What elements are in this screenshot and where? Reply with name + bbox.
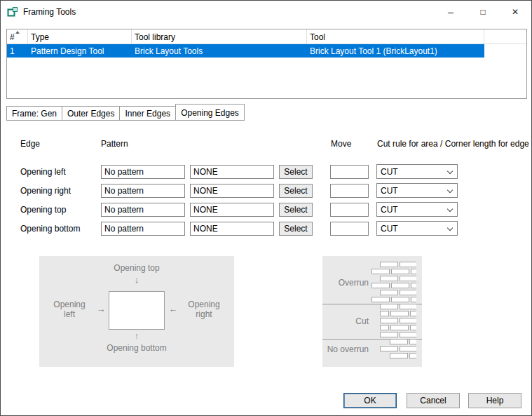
tool-list: # Type Tool library Tool 1 Pattern Desig… — [6, 29, 527, 99]
edge-row-label: Opening bottom — [20, 224, 101, 234]
pattern-library-field[interactable] — [190, 203, 274, 217]
no-overrun-label: No overrun — [322, 344, 369, 354]
close-button[interactable]: ✕ — [499, 1, 531, 22]
select-pattern-button[interactable]: Select — [279, 165, 313, 179]
move-input[interactable] — [330, 184, 369, 198]
brick-wall-graphic — [371, 262, 416, 361]
cut-rule-value: CUT — [381, 167, 398, 177]
pattern-name-field[interactable] — [101, 203, 185, 217]
column-header-number[interactable]: # — [7, 29, 28, 43]
cell-number: 1 — [7, 46, 28, 56]
cut-rule-column-header: Cut rule for area / Corner length for ed… — [377, 139, 529, 149]
help-button[interactable]: Help — [468, 393, 521, 408]
tool-row-selected[interactable]: 1 Pattern Design Tool Brick Layout Tools… — [7, 44, 484, 58]
tab-inner-edges[interactable]: Inner Edges — [119, 106, 176, 121]
overrun-label: Overrun — [322, 278, 369, 288]
pattern-name-field[interactable] — [101, 165, 185, 179]
chevron-down-icon — [447, 168, 453, 174]
select-pattern-button[interactable]: Select — [279, 222, 313, 236]
move-input[interactable] — [330, 203, 369, 217]
edge-row-opening-top: Opening top Select CUT — [20, 202, 458, 217]
chevron-down-icon — [447, 206, 453, 212]
arrow-left-icon: ← — [166, 304, 180, 314]
sort-ascending-icon — [15, 31, 20, 34]
chevron-down-icon — [447, 225, 453, 231]
select-pattern-button[interactable]: Select — [279, 184, 313, 198]
opening-left-label: Opening left — [48, 300, 91, 319]
cut-rule-dropdown[interactable]: CUT — [376, 202, 458, 217]
cut-label: Cut — [322, 316, 369, 326]
cut-rule-dropdown[interactable]: CUT — [376, 183, 458, 198]
opening-edges-diagram: Opening top ↓ Opening left → ← Opening r… — [39, 256, 234, 367]
select-pattern-button[interactable]: Select — [279, 203, 313, 217]
cell-type: Pattern Design Tool — [28, 46, 132, 56]
cut-rule-value: CUT — [381, 205, 398, 215]
move-input[interactable] — [330, 165, 369, 179]
tab-opening-edges[interactable]: Opening Edges — [175, 104, 245, 121]
edge-row-opening-left: Opening left Select CUT — [20, 164, 458, 179]
tool-list-header: # Type Tool library Tool — [7, 29, 526, 44]
edge-row-label: Opening right — [20, 186, 101, 196]
pattern-library-field[interactable] — [190, 222, 274, 236]
move-input[interactable] — [330, 222, 369, 236]
framing-tools-dialog: Framing Tools – □ ✕ # Type Tool library … — [0, 0, 532, 416]
pattern-library-field[interactable] — [190, 165, 274, 179]
opening-top-label: Opening top — [39, 263, 234, 273]
column-header-tool[interactable]: Tool — [307, 29, 484, 43]
edge-row-label: Opening left — [20, 167, 101, 177]
move-column-header: Move — [331, 139, 351, 149]
titlebar: Framing Tools – □ ✕ — [1, 1, 531, 22]
tab-outer-edges[interactable]: Outer Edges — [62, 106, 120, 121]
pattern-name-field[interactable] — [101, 184, 185, 198]
cut-rule-dropdown[interactable]: CUT — [376, 221, 458, 236]
cell-library: Brick Layout Tools — [132, 46, 307, 56]
minimize-button[interactable]: – — [435, 1, 467, 22]
opening-right-label: Opening right — [182, 300, 226, 319]
ok-button[interactable]: OK — [343, 393, 397, 408]
opening-bottom-label: Opening bottom — [39, 343, 234, 353]
arrow-up-icon: ↑ — [39, 330, 234, 341]
column-header-number-label: # — [10, 32, 15, 42]
column-header-type[interactable]: Type — [28, 29, 132, 43]
tab-frame-gen[interactable]: Frame: Gen — [6, 106, 62, 121]
edge-row-opening-right: Opening right Select CUT — [20, 183, 458, 198]
cut-rule-value: CUT — [381, 224, 398, 234]
maximize-button[interactable]: □ — [467, 1, 499, 22]
edge-row-opening-bottom: Opening bottom Select CUT — [20, 221, 458, 236]
arrow-right-icon: → — [94, 304, 108, 314]
tab-strip: Frame: Gen Outer Edges Inner Edges Openi… — [6, 104, 244, 121]
pattern-column-header: Pattern — [101, 139, 128, 149]
cut-rule-diagram: Overrun Cut No overrun — [322, 256, 422, 367]
pattern-name-field[interactable] — [101, 222, 185, 236]
app-icon — [7, 6, 18, 18]
edge-column-header: Edge — [20, 139, 40, 149]
cut-rule-value: CUT — [381, 186, 398, 196]
cell-tool: Brick Layout Tool 1 (BrickLayout1) — [307, 46, 484, 56]
cut-rule-dropdown[interactable]: CUT — [376, 164, 458, 179]
edge-row-label: Opening top — [20, 205, 101, 215]
window-title: Framing Tools — [23, 7, 76, 17]
chevron-down-icon — [447, 187, 453, 193]
window-controls: – □ ✕ — [435, 1, 531, 22]
opening-rectangle — [109, 291, 165, 330]
column-header-library[interactable]: Tool library — [132, 29, 307, 43]
pattern-library-field[interactable] — [190, 184, 274, 198]
column-header-filler — [484, 29, 526, 43]
cancel-button[interactable]: Cancel — [407, 393, 460, 408]
arrow-down-icon: ↓ — [39, 274, 234, 285]
